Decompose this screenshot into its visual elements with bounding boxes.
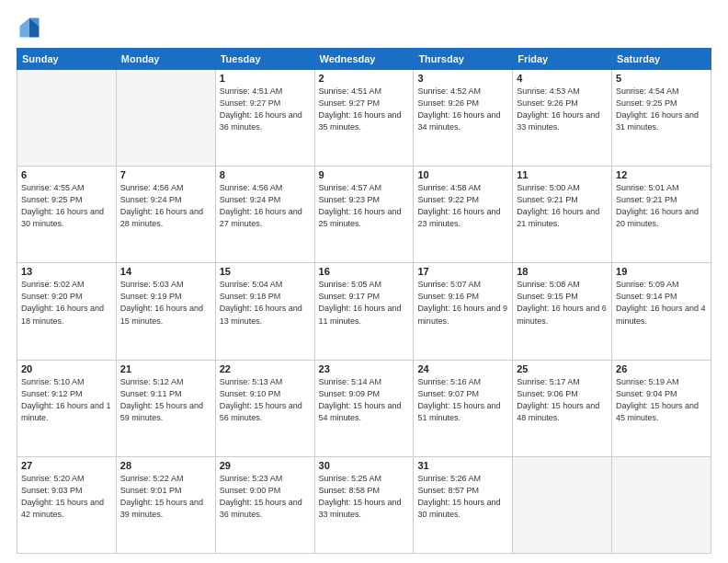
table-row: 29Sunrise: 5:23 AMSunset: 9:00 PMDayligh… [215,456,314,553]
day-number: 23 [319,363,410,374]
header-tuesday: Tuesday [215,49,314,70]
day-number: 29 [220,460,311,471]
day-info: Sunrise: 5:10 AMSunset: 9:12 PMDaylight:… [21,376,112,424]
day-info: Sunrise: 5:22 AMSunset: 9:01 PMDaylight:… [120,473,211,521]
table-row: 24Sunrise: 5:16 AMSunset: 9:07 PMDayligh… [414,360,513,456]
calendar-week-row: 13Sunrise: 5:02 AMSunset: 9:20 PMDayligh… [17,263,711,360]
day-info: Sunrise: 5:01 AMSunset: 9:21 PMDaylight:… [616,182,707,230]
day-number: 24 [417,363,508,374]
table-row: 16Sunrise: 5:05 AMSunset: 9:17 PMDayligh… [314,263,414,360]
table-row: 3Sunrise: 4:52 AMSunset: 9:26 PMDaylight… [414,70,513,167]
table-row: 21Sunrise: 5:12 AMSunset: 9:11 PMDayligh… [116,360,215,456]
table-row [612,456,711,553]
day-info: Sunrise: 5:05 AMSunset: 9:17 PMDaylight:… [319,279,410,327]
table-row [513,456,612,553]
day-number: 6 [21,169,112,180]
day-info: Sunrise: 5:14 AMSunset: 9:09 PMDaylight:… [319,376,410,424]
day-info: Sunrise: 5:23 AMSunset: 9:00 PMDaylight:… [220,473,311,521]
day-info: Sunrise: 4:58 AMSunset: 9:22 PMDaylight:… [417,182,508,230]
day-number: 1 [220,73,311,84]
table-row: 2Sunrise: 4:51 AMSunset: 9:27 PMDaylight… [314,70,414,167]
table-row: 9Sunrise: 4:57 AMSunset: 9:23 PMDaylight… [314,167,414,263]
table-row: 19Sunrise: 5:09 AMSunset: 9:14 PMDayligh… [612,263,711,360]
day-number: 9 [319,169,410,180]
day-number: 28 [120,460,211,471]
table-row: 17Sunrise: 5:07 AMSunset: 9:16 PMDayligh… [414,263,513,360]
day-number: 7 [120,169,211,180]
table-row: 6Sunrise: 4:55 AMSunset: 9:25 PMDaylight… [17,167,117,263]
header-sunday: Sunday [17,49,117,70]
day-number: 12 [616,169,707,180]
day-info: Sunrise: 4:53 AMSunset: 9:26 PMDaylight:… [517,86,608,133]
table-row: 31Sunrise: 5:26 AMSunset: 8:57 PMDayligh… [414,456,513,553]
table-row: 27Sunrise: 5:20 AMSunset: 9:03 PMDayligh… [17,456,117,553]
calendar-week-row: 1Sunrise: 4:51 AMSunset: 9:27 PMDaylight… [17,70,711,167]
day-number: 21 [120,363,211,374]
day-info: Sunrise: 4:51 AMSunset: 9:27 PMDaylight:… [220,86,311,133]
day-number: 19 [616,266,707,277]
table-row: 14Sunrise: 5:03 AMSunset: 9:19 PMDayligh… [116,263,215,360]
table-row: 5Sunrise: 4:54 AMSunset: 9:25 PMDaylight… [612,70,711,167]
day-info: Sunrise: 4:56 AMSunset: 9:24 PMDaylight:… [120,182,211,230]
day-info: Sunrise: 5:07 AMSunset: 9:16 PMDaylight:… [417,279,508,327]
header-friday: Friday [513,49,612,70]
header-saturday: Saturday [612,49,711,70]
table-row: 13Sunrise: 5:02 AMSunset: 9:20 PMDayligh… [17,263,117,360]
day-info: Sunrise: 5:12 AMSunset: 9:11 PMDaylight:… [120,376,211,424]
day-number: 15 [220,266,311,277]
table-row: 4Sunrise: 4:53 AMSunset: 9:26 PMDaylight… [513,70,612,167]
day-info: Sunrise: 5:25 AMSunset: 8:58 PMDaylight:… [319,473,410,521]
day-info: Sunrise: 4:56 AMSunset: 9:24 PMDaylight:… [220,182,311,230]
header-thursday: Thursday [414,49,513,70]
day-number: 17 [417,266,508,277]
day-info: Sunrise: 4:54 AMSunset: 9:25 PMDaylight:… [616,86,707,133]
logo-icon [17,15,42,40]
day-info: Sunrise: 5:00 AMSunset: 9:21 PMDaylight:… [517,182,608,230]
day-info: Sunrise: 5:19 AMSunset: 9:04 PMDaylight:… [616,376,707,424]
day-info: Sunrise: 5:20 AMSunset: 9:03 PMDaylight:… [21,473,112,521]
table-row: 28Sunrise: 5:22 AMSunset: 9:01 PMDayligh… [116,456,215,553]
logo [17,15,46,40]
svg-marker-1 [20,18,30,38]
day-number: 22 [220,363,311,374]
day-number: 10 [417,169,508,180]
table-row: 11Sunrise: 5:00 AMSunset: 9:21 PMDayligh… [513,167,612,263]
day-number: 18 [517,266,608,277]
calendar-week-row: 6Sunrise: 4:55 AMSunset: 9:25 PMDaylight… [17,167,711,263]
table-row: 18Sunrise: 5:08 AMSunset: 9:15 PMDayligh… [513,263,612,360]
table-row: 15Sunrise: 5:04 AMSunset: 9:18 PMDayligh… [215,263,314,360]
day-number: 26 [616,363,707,374]
day-number: 2 [319,73,410,84]
day-number: 16 [319,266,410,277]
calendar-week-row: 20Sunrise: 5:10 AMSunset: 9:12 PMDayligh… [17,360,711,456]
table-row: 23Sunrise: 5:14 AMSunset: 9:09 PMDayligh… [314,360,414,456]
calendar-week-row: 27Sunrise: 5:20 AMSunset: 9:03 PMDayligh… [17,456,711,553]
day-info: Sunrise: 5:09 AMSunset: 9:14 PMDaylight:… [616,279,707,327]
table-row: 10Sunrise: 4:58 AMSunset: 9:22 PMDayligh… [414,167,513,263]
day-info: Sunrise: 4:51 AMSunset: 9:27 PMDaylight:… [319,86,410,133]
table-row [17,70,117,167]
day-info: Sunrise: 5:04 AMSunset: 9:18 PMDaylight:… [220,279,311,327]
day-info: Sunrise: 5:02 AMSunset: 9:20 PMDaylight:… [21,279,112,327]
day-number: 27 [21,460,112,471]
day-info: Sunrise: 4:55 AMSunset: 9:25 PMDaylight:… [21,182,112,230]
table-row: 30Sunrise: 5:25 AMSunset: 8:58 PMDayligh… [314,456,414,553]
day-number: 30 [319,460,410,471]
day-info: Sunrise: 5:03 AMSunset: 9:19 PMDaylight:… [120,279,211,327]
day-info: Sunrise: 5:17 AMSunset: 9:06 PMDaylight:… [517,376,608,424]
calendar-header-row: Sunday Monday Tuesday Wednesday Thursday… [17,49,711,70]
day-number: 31 [417,460,508,471]
table-row: 7Sunrise: 4:56 AMSunset: 9:24 PMDaylight… [116,167,215,263]
table-row: 22Sunrise: 5:13 AMSunset: 9:10 PMDayligh… [215,360,314,456]
day-number: 5 [616,73,707,84]
day-number: 3 [417,73,508,84]
day-info: Sunrise: 4:52 AMSunset: 9:26 PMDaylight:… [417,86,508,133]
day-info: Sunrise: 5:13 AMSunset: 9:10 PMDaylight:… [220,376,311,424]
page-header [17,15,711,40]
day-number: 11 [517,169,608,180]
table-row: 25Sunrise: 5:17 AMSunset: 9:06 PMDayligh… [513,360,612,456]
day-number: 14 [120,266,211,277]
calendar-table: Sunday Monday Tuesday Wednesday Thursday… [17,48,711,554]
table-row: 8Sunrise: 4:56 AMSunset: 9:24 PMDaylight… [215,167,314,263]
table-row: 26Sunrise: 5:19 AMSunset: 9:04 PMDayligh… [612,360,711,456]
